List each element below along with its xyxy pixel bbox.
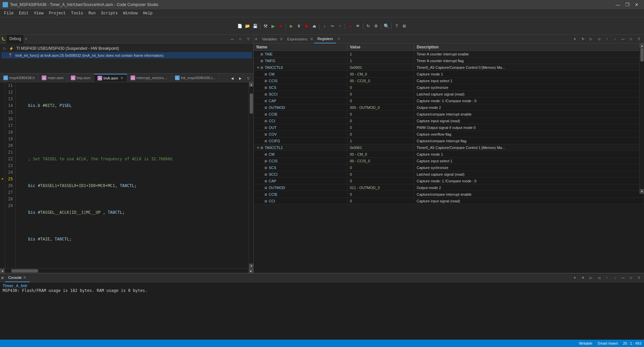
code-editor[interactable]: ➤ 11 12 13 14 15 16 [0,82,253,268]
var-panel-maximize[interactable]: □ [627,35,635,43]
close-button[interactable]: ✕ [632,1,641,8]
debug-tab-close[interactable]: ✕ [25,36,27,41]
tab-registers[interactable]: Registers [314,35,336,43]
scroll-up-btn[interactable]: ▲ [249,82,253,87]
debug-btn[interactable]: ▶ [269,22,277,30]
editor-hscrollbar[interactable]: ◀ ▶ [0,268,253,273]
var-row-ccis2[interactable]: ▦ CCIS 00 - CCIS_0 Capture input select … [254,158,644,164]
menu-help[interactable]: Help [140,9,155,17]
scroll-track[interactable] [249,87,253,264]
var-row-taifg[interactable]: ▦ TAIFG 1 Timer A counter interrupt flag [254,57,644,64]
debug-tree-suspended[interactable]: ▷ ⚡ TI MSP430 USB1/MSP430 (Suspended - H… [1,45,252,52]
registers-tab-close[interactable]: ✕ [338,36,340,41]
console-btn3[interactable]: ▷ [587,274,595,282]
expand-ta0cctl1[interactable]: ▼ [256,146,260,150]
tab-tmaasm[interactable]: a tmA.asm ✕ [94,74,127,82]
console-btn1[interactable]: ≡ [571,274,579,282]
open-btn[interactable]: 📂 [244,22,251,30]
var-row-ccie2[interactable]: ▦ CCIE 0 Capture/compare interrupt enabl… [254,191,644,198]
search-btn-toolbar[interactable]: 🔍 [383,22,390,30]
var-row-cci2[interactable]: ▦ CCI 0 Capture input signal (read) [254,198,644,204]
var-scroll-down[interactable]: ▼ [640,189,644,194]
var-panel-btn5[interactable]: ↑ [603,35,611,43]
watch-btn[interactable]: 👁 [354,22,362,30]
console-menu[interactable]: ▽ [635,274,643,282]
build-btn[interactable]: ⚒ [262,22,269,30]
var-row-cap2[interactable]: ▦ CAP 0 Capture mode: 1 /Compare mode : … [254,178,644,184]
menu-window[interactable]: Window [121,9,140,17]
console-tab[interactable]: Console ✕ [5,274,30,282]
code-content[interactable]: bis.b #BIT2, P1SEL ; Set TASSEL to use A… [16,82,249,268]
var-row-scs2[interactable]: ▦ SCS 0 Capture sychronize [254,164,644,171]
var-row-scs1[interactable]: ▦ SCS 0 Capture sychronize [254,84,644,91]
debug-panel-menu[interactable]: ▽ [245,35,252,43]
var-row-scci1[interactable]: ▦ SCCI 0 Latched capture signal (read) [254,91,644,98]
var-panel-btn4[interactable]: ◁ [595,35,603,43]
console-btn2[interactable]: ✕ [579,274,587,282]
hscroll-track[interactable] [5,269,249,273]
settings-btn[interactable]: ⚙ [372,22,380,30]
menu-tools[interactable]: Tools [68,9,86,17]
debug-tree-func[interactable]: 📍 tmA_int_func() at tmA.asm:25 0x008032 … [1,52,252,58]
var-row-ccie1[interactable]: ▦ CCIE 0 Capture/compare interrupt enabl… [254,111,644,118]
hscroll-right-btn[interactable]: ▶ [249,269,253,273]
console-btn6[interactable]: ↓ [611,274,619,282]
var-panel-minimize[interactable]: — [619,35,627,43]
var-row-scci2[interactable]: ▦ SCCI 0 Latched capture signal (read) [254,171,644,178]
var-panel-btn3[interactable]: ▷ [587,35,595,43]
var-scroll-thumb[interactable] [640,48,644,61]
var-row-cm1[interactable]: ▦ CM 00 - CM_0 Capture mode 1 [254,71,644,77]
resume-btn[interactable]: ▶ [287,22,295,30]
debug-panel-minimize[interactable]: — [229,35,236,43]
var-vscrollbar[interactable]: ▲ ▼ [639,43,644,194]
var-row-ta0cctl0[interactable]: ▼ ▦ TA0CCTL0 0x0001 Timer0_A5 Capture/Co… [254,64,644,71]
step-into-btn[interactable]: ↓ [321,22,328,30]
maximize-button[interactable]: ❐ [623,1,632,8]
console-maximize[interactable]: □ [627,274,635,282]
terminate-btn[interactable]: ⏹ [303,22,310,30]
var-row-out1[interactable]: ▦ OUT 0 PWM Output signal if output mode… [254,124,644,131]
new-btn[interactable]: 📄 [236,22,243,30]
editor-scroll-right[interactable]: ▶ [237,74,244,82]
var-panel-btn6[interactable]: ↓ [611,35,619,43]
help-btn-toolbar[interactable]: ? [393,22,400,30]
console-close-btn[interactable]: ✕ [23,275,26,280]
tab-close-tma[interactable]: ✕ [120,76,124,80]
disconnect-btn[interactable]: ⏏ [310,22,318,30]
tab-variables[interactable]: Variables [259,35,280,43]
debug-panel-maximize[interactable]: □ [237,35,244,43]
var-row-cm2[interactable]: ▦ CM 00 - CM_0 Capture mode 1 [254,151,644,158]
console-btn5[interactable]: ↑ [603,274,611,282]
scroll-thumb[interactable] [250,94,253,114]
var-panel-btn2[interactable]: ↻ [579,35,587,43]
console-btn4[interactable]: ◁ [595,274,603,282]
var-row-taie[interactable]: ▦ TAIE 1 Timer A counter interrupt enabl… [254,51,644,57]
debug-tab[interactable]: Debug [7,35,24,43]
hscroll-left-btn[interactable]: ◀ [0,269,5,273]
refresh-btn[interactable]: ↻ [365,22,372,30]
perspective-btn[interactable]: ⊞ [401,22,408,30]
var-row-outmod1[interactable]: ▦ OUTMOD 000 - OUTMOD_0 Output mode 2 [254,104,644,111]
menu-file[interactable]: File [1,9,16,17]
var-panel-btn1[interactable]: ≡ [571,35,579,43]
editor-vscrollbar[interactable]: ▲ ▼ [249,82,253,268]
editor-view-menu[interactable]: ▽ [245,74,252,82]
tab-mainasm[interactable]: a main.asm [38,74,67,82]
tab-expressions[interactable]: Expressions [284,35,310,43]
step-over-btn[interactable]: ↪ [329,22,336,30]
var-row-cap1[interactable]: ▦ CAP 0 Capture mode: 1 /Compare mode : … [254,98,644,104]
menu-project[interactable]: Project [46,9,68,17]
scroll-down-btn[interactable]: ▼ [249,264,253,268]
tab-msp430f6438h[interactable]: h msp430f6438.h [0,74,38,82]
suspend-btn[interactable]: ⏸ [295,22,302,30]
var-row-ta0cctl1[interactable]: ▼ ▦ TA0CCTL1 0x0061 Timer0_A5 Capture/Co… [254,144,644,151]
tab-lnk[interactable]: c lnk_msp430f6438.c... [172,74,220,82]
save-btn[interactable]: 💾 [251,22,259,30]
var-panel-menu[interactable]: ▽ [635,35,643,43]
expand-ta0cctl0[interactable]: ▼ [256,66,260,69]
hscroll-thumb[interactable] [11,269,38,273]
menu-view[interactable]: View [31,9,46,17]
var-row-cov1[interactable]: ▦ COV 0 Capture overflow flag [254,131,644,138]
var-scroll-track[interactable] [640,48,644,189]
tab-interrupt[interactable]: a interrupt_vectors.... [127,74,172,82]
